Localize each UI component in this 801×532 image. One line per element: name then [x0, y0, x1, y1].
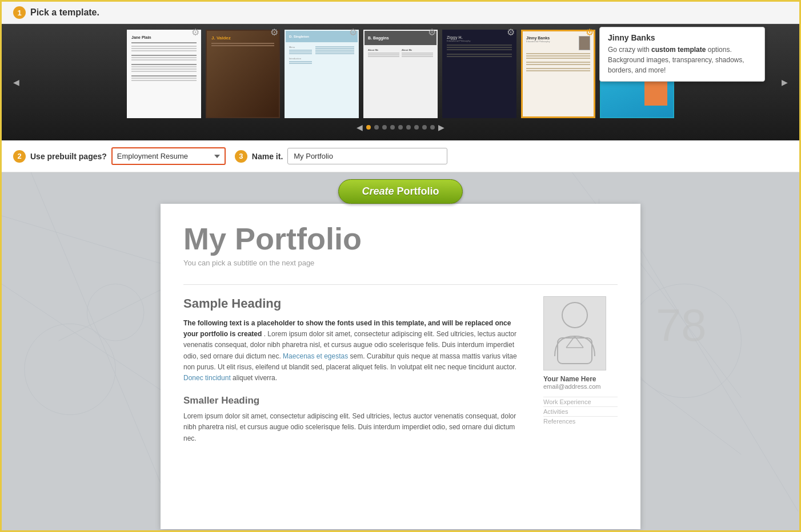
- dot-9[interactable]: [430, 125, 435, 130]
- step3-number: 3: [235, 150, 247, 163]
- create-btn-rest: Portfolio: [394, 186, 439, 197]
- step2-number: 2: [13, 150, 26, 163]
- template-d-singleton[interactable]: ⚙ D. Singleton Menu Introduction: [285, 30, 359, 118]
- doc-nav-work: Work Experience: [543, 397, 618, 406]
- carousel-next-arrow[interactable]: ▶: [782, 78, 788, 87]
- doc-body-text3: aliquet viverra.: [233, 374, 277, 382]
- preview-area: 78 Create Portfolio My Portfolio You can…: [2, 172, 799, 532]
- options-bar: 2 Use prebuilt pages? Employment Resume …: [2, 140, 799, 172]
- template-carousel: ◀ ⚙ Jane Plain ⚙: [2, 24, 799, 140]
- template-ziggy-h[interactable]: ⚙ Ziggy H. Educational Philosophy: [442, 30, 516, 118]
- tooltip-box: Jinny Banks Go crazy with custom templat…: [599, 27, 765, 82]
- doc-link2[interactable]: Donec tincidunt: [183, 374, 231, 382]
- gear-icon-ziggy[interactable]: ⚙: [507, 27, 519, 39]
- tooltip-desc: Go crazy with custom template options. B…: [608, 45, 756, 75]
- doc-avatar: [543, 296, 606, 370]
- dot-6[interactable]: [406, 125, 411, 130]
- name-label: Name it.: [252, 152, 283, 161]
- portfolio-title: My Portfolio: [183, 221, 618, 256]
- doc-nav-references: References: [543, 416, 618, 426]
- step1-label: Pick a template.: [30, 7, 99, 18]
- prebuilt-select[interactable]: Employment Resume Academic Resume Photog…: [111, 147, 226, 165]
- doc-main: Sample Heading The following text is a p…: [183, 296, 526, 444]
- doc-body2: Lorem ipsum dolor sit amet, consectetur …: [183, 411, 526, 444]
- prebuilt-label: Use prebuilt pages?: [30, 152, 107, 161]
- dots-next[interactable]: ▶: [438, 123, 444, 132]
- carousel-dots: ◀ ▶: [2, 123, 799, 132]
- doc-content: Sample Heading The following text is a p…: [183, 296, 618, 444]
- doc-divider-top: [183, 284, 618, 285]
- template-jinny-banks[interactable]: ⚙ Jinny Banks Educational Philosophy: [521, 30, 595, 118]
- dot-5[interactable]: [398, 125, 403, 130]
- template-j-valdez[interactable]: ⚙ J. Valdez: [206, 30, 280, 118]
- svg-rect-14: [558, 338, 592, 364]
- doc-nav-activities: Activities: [543, 406, 618, 416]
- gear-icon-baggins[interactable]: ⚙: [428, 27, 440, 39]
- tooltip-name: Jinny Banks: [608, 33, 756, 42]
- doc-heading1: Sample Heading: [183, 296, 526, 311]
- portfolio-name-input[interactable]: [287, 148, 447, 164]
- dot-1[interactable]: [366, 125, 371, 130]
- portfolio-subtitle: You can pick a subtitle on the next page: [183, 259, 618, 267]
- dots-prev[interactable]: ◀: [357, 123, 363, 132]
- gear-icon-singleton[interactable]: ⚙: [349, 27, 362, 39]
- create-portfolio-button[interactable]: Create Portfolio: [338, 179, 462, 204]
- gear-icon-jinny[interactable]: ⚙: [586, 27, 598, 39]
- dot-4[interactable]: [390, 125, 395, 130]
- create-btn-italic: Create: [362, 186, 394, 197]
- doc-email: email@address.com: [543, 383, 618, 390]
- step2-group: 2 Use prebuilt pages? Employment Resume …: [13, 147, 226, 165]
- doc-body1: The following text is a placeholder to s…: [183, 318, 526, 384]
- carousel-prev-arrow[interactable]: ◀: [13, 78, 19, 87]
- step3-group: 3 Name it.: [235, 148, 447, 164]
- portfolio-document: My Portfolio You can pick a subtitle on …: [161, 204, 640, 529]
- gear-icon-valdez[interactable]: ⚙: [270, 27, 283, 39]
- template-jane-plain[interactable]: ⚙ Jane Plain: [127, 30, 201, 118]
- tooltip-desc-bold: custom template: [651, 46, 706, 54]
- dot-3[interactable]: [382, 125, 387, 130]
- doc-link1[interactable]: Maecenas et egestas: [283, 352, 348, 360]
- doc-heading2: Smaller Heading: [183, 395, 526, 406]
- svg-point-13: [562, 303, 587, 328]
- create-button-wrap: Create Portfolio: [2, 172, 799, 204]
- tooltip-desc-pre: Go crazy with: [608, 46, 651, 54]
- avatar-svg: [549, 299, 600, 368]
- step1-bar: 1 Pick a template.: [2, 2, 799, 24]
- doc-sidebar: Your Name Here email@address.com Work Ex…: [543, 296, 618, 444]
- gear-icon-jane[interactable]: ⚙: [191, 27, 204, 39]
- step1-number: 1: [13, 6, 26, 19]
- dot-2[interactable]: [374, 125, 379, 130]
- template-b-baggins[interactable]: ⚙ B. Baggins About Me About Me: [363, 30, 438, 118]
- doc-your-name: Your Name Here: [543, 375, 618, 383]
- svg-text:78: 78: [656, 300, 707, 350]
- dot-8[interactable]: [422, 125, 427, 130]
- dot-7[interactable]: [414, 125, 419, 130]
